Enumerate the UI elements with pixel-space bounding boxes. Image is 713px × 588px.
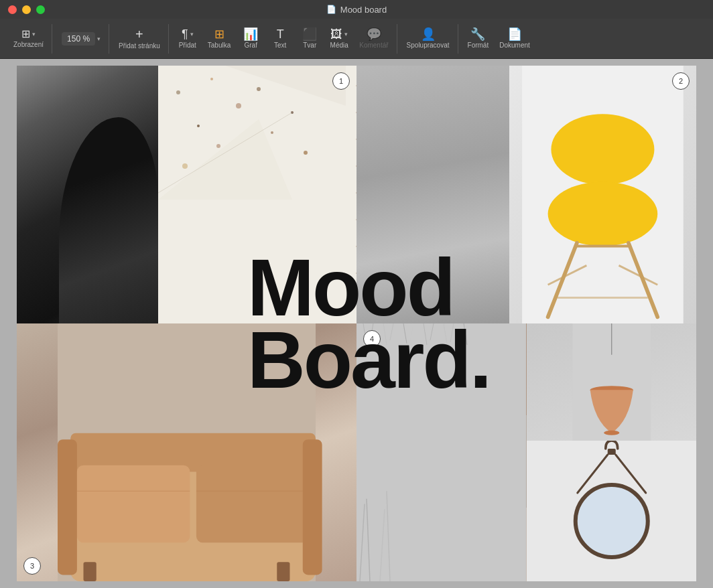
quadrant-top-right: 2 <box>356 66 696 323</box>
svg-point-7 <box>216 144 220 148</box>
zoom-value: 150 % <box>62 32 95 46</box>
view-group: ⊞ ▾ Zobrazení <box>5 24 52 54</box>
collaborate-button[interactable]: 👤 Spolupracovat <box>401 25 455 52</box>
svg-point-3 <box>236 103 241 108</box>
svg-rect-33 <box>277 562 289 581</box>
title-bar: 📄 Mood board <box>0 0 713 19</box>
document-button[interactable]: 📄 Dokument <box>494 25 535 52</box>
svg-point-2 <box>210 78 213 80</box>
zoom-group: 150 % ▾ <box>54 24 109 54</box>
terrazzo-image[interactable]: 1 <box>158 66 356 323</box>
svg-point-16 <box>548 181 658 246</box>
svg-point-15 <box>552 114 655 185</box>
view-button[interactable]: ⊞ ▾ Zobrazení <box>8 26 49 51</box>
svg-rect-26 <box>77 465 190 543</box>
window-title: Mood board <box>340 5 387 15</box>
page-badge-3: 3 <box>23 557 41 575</box>
comment-button[interactable]: 💬 Komentář <box>354 25 393 52</box>
svg-point-54 <box>604 431 619 435</box>
shape-button[interactable]: ⬛ Tvar <box>295 25 324 52</box>
document-icon: 📄 <box>507 28 522 40</box>
chart-button[interactable]: 📊 Graf <box>236 25 265 52</box>
page-badge-1: 1 <box>332 72 350 90</box>
sofa-background[interactable] <box>17 323 356 581</box>
chart-icon: 📊 <box>243 28 258 40</box>
media-button[interactable]: 🖼 ▾ Média <box>324 25 354 52</box>
svg-rect-31 <box>303 439 322 575</box>
mirror-image[interactable] <box>527 441 697 581</box>
svg-point-5 <box>257 87 261 91</box>
format-icon: 🔧 <box>470 28 485 40</box>
svg-rect-56 <box>607 449 615 455</box>
quadrant-bottom-right: 4 <box>356 323 696 581</box>
toolbar: ⊞ ▾ Zobrazení 150 % ▾ + Přidat stránku ¶… <box>0 19 713 59</box>
svg-point-1 <box>176 90 180 94</box>
moodboard: 1 2 <box>17 66 696 581</box>
add-icon-wrap: ¶ ▾ <box>182 28 194 40</box>
page-badge-2: 2 <box>672 72 690 90</box>
media-icon: 🖼 <box>330 28 342 40</box>
shape-icon: ⬛ <box>302 28 317 40</box>
left-column: 1 — Terrazzo Floors 2 — Pop Color 3 — Wa… <box>356 323 527 581</box>
quadrant-top-left: 1 <box>17 66 356 323</box>
svg-rect-30 <box>58 439 77 575</box>
text-button[interactable]: T Text <box>265 25 295 52</box>
svg-rect-32 <box>84 562 96 581</box>
zoom-button[interactable]: 150 % ▾ <box>56 29 106 48</box>
text-icon: T <box>277 28 284 40</box>
svg-rect-27 <box>196 465 309 543</box>
insert-group: ¶ ▾ Přidat ⊞ Tabulka 📊 Graf T Text ⬛ Tva… <box>170 24 397 54</box>
maximize-button[interactable] <box>36 5 45 14</box>
view-icon: ⊞ ▾ <box>21 29 36 40</box>
canvas-area: 1 2 <box>0 59 713 588</box>
comment-icon: 💬 <box>367 28 381 40</box>
svg-point-9 <box>182 163 188 169</box>
right-column <box>527 323 697 581</box>
table-button[interactable]: ⊞ Tabulka <box>202 25 236 52</box>
collaborate-icon: 👤 <box>421 28 436 40</box>
window-controls[interactable] <box>8 5 45 14</box>
black-chair-image[interactable] <box>17 66 158 323</box>
table-icon: ⊞ <box>214 28 224 40</box>
add-page-group: + Přidat stránku <box>111 24 169 54</box>
paragraph-icon: ¶ <box>182 28 188 40</box>
svg-point-10 <box>304 151 308 155</box>
minimize-button[interactable] <box>22 5 31 14</box>
app-icon: 📄 <box>326 5 336 14</box>
format-button[interactable]: 🔧 Formát <box>462 25 495 52</box>
add-page-button[interactable]: + Přidat stránku <box>113 25 166 52</box>
fur-image[interactable] <box>356 415 527 507</box>
collaborate-group: 👤 Spolupracovat <box>399 24 458 54</box>
yellow-chair-image[interactable] <box>509 66 696 323</box>
svg-point-8 <box>271 131 273 134</box>
media-icon-wrap: 🖼 ▾ <box>330 28 348 40</box>
concrete-image[interactable] <box>356 66 509 323</box>
svg-point-4 <box>197 125 200 127</box>
add-button[interactable]: ¶ ▾ Přidat <box>173 25 202 52</box>
zoom-display: 150 % ▾ <box>62 32 101 46</box>
svg-point-57 <box>575 485 647 557</box>
page-badge-4: 4 <box>363 330 381 348</box>
quadrant-bottom-left: 3 <box>17 323 356 581</box>
lamp-image[interactable] <box>527 323 697 441</box>
title-bar-text: 📄 Mood board <box>326 5 387 15</box>
format-group: 🔧 Formát 📄 Dokument <box>460 24 538 54</box>
add-page-icon: + <box>135 27 143 41</box>
close-button[interactable] <box>8 5 17 14</box>
